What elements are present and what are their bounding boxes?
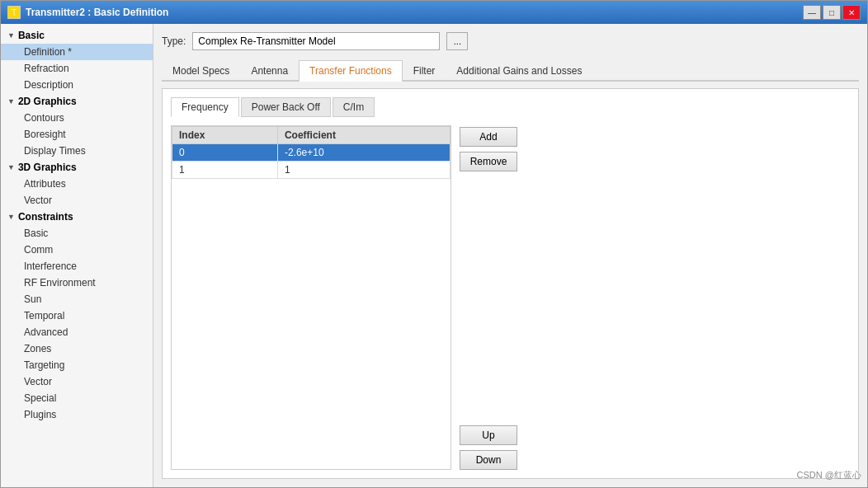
window-title: Transmitter2 : Basic Definition xyxy=(26,7,168,18)
sidebar-item-basic-c[interactable]: Basic xyxy=(1,225,153,242)
cell-coefficient-0: -2.6e+10 xyxy=(277,144,450,162)
sidebar-item-vector-c[interactable]: Vector xyxy=(1,373,153,390)
sidebar-group-constraints-header[interactable]: ▼ Constraints xyxy=(1,209,153,225)
sidebar-item-advanced[interactable]: Advanced xyxy=(1,324,153,340)
sidebar-item-interference[interactable]: Interference xyxy=(1,258,153,274)
sidebar-item-refraction[interactable]: Refraction xyxy=(1,60,153,77)
sidebar-item-rf-environment[interactable]: RF Environment xyxy=(1,274,153,291)
title-bar-left: T Transmitter2 : Basic Definition xyxy=(7,6,168,19)
arrow-icon: ▼ xyxy=(7,31,15,40)
sidebar-item-vector-3d[interactable]: Vector xyxy=(1,192,153,209)
sidebar-item-special[interactable]: Special xyxy=(1,390,153,406)
arrow-icon-2d: ▼ xyxy=(7,97,15,106)
type-row: Type: ... xyxy=(162,32,859,50)
sub-tabs-bar: Frequency Power Back Off C/Im xyxy=(171,97,850,117)
arrow-icon-constraints: ▼ xyxy=(7,213,15,221)
tab-content: Frequency Power Back Off C/Im Index Coef… xyxy=(162,88,859,479)
tab-antenna[interactable]: Antenna xyxy=(240,60,299,82)
close-button[interactable]: ✕ xyxy=(842,5,861,20)
sidebar-group-constraints: ▼ Constraints Basic Comm Interference RF… xyxy=(1,209,153,423)
col-index: Index xyxy=(172,127,278,144)
remove-button[interactable]: Remove xyxy=(460,152,517,171)
sidebar-item-contours[interactable]: Contours xyxy=(1,110,153,126)
sidebar-group-constraints-label: Constraints xyxy=(18,211,73,223)
table-row[interactable]: 0 -2.6e+10 xyxy=(172,144,451,162)
sidebar-group-3d-graphics: ▼ 3D Graphics Attributes Vector xyxy=(1,159,153,209)
maximize-button[interactable]: □ xyxy=(823,5,841,20)
sidebar-group-2d-label: 2D Graphics xyxy=(18,96,77,107)
watermark: CSDN @红蓝心 xyxy=(797,469,861,481)
cell-index-0: 0 xyxy=(172,144,278,162)
type-browse-button[interactable]: ... xyxy=(446,32,468,50)
action-buttons: Add Remove Up Down xyxy=(460,125,517,470)
sidebar-item-attributes[interactable]: Attributes xyxy=(1,176,153,192)
sidebar-group-2d-graphics-header[interactable]: ▼ 2D Graphics xyxy=(1,93,153,110)
coefficient-table: Index Coefficient 0 -2.6e+10 1 xyxy=(172,126,451,179)
sidebar-item-targeting[interactable]: Targeting xyxy=(1,357,153,373)
tab-additional-gains[interactable]: Additional Gains and Losses xyxy=(446,60,592,82)
tab-transfer-functions[interactable]: Transfer Functions xyxy=(299,60,403,82)
tabs-bar: Model Specs Antenna Transfer Functions F… xyxy=(162,59,859,82)
cell-index-1: 1 xyxy=(172,162,278,179)
sidebar-item-comm[interactable]: Comm xyxy=(1,242,153,258)
table-row[interactable]: 1 1 xyxy=(172,162,451,179)
title-bar: T Transmitter2 : Basic Definition — □ ✕ xyxy=(1,1,867,24)
sidebar-item-temporal[interactable]: Temporal xyxy=(1,307,153,324)
sidebar-group-3d-label: 3D Graphics xyxy=(18,162,77,173)
right-panel: Type: ... Model Specs Antenna Transfer F… xyxy=(153,24,867,487)
sidebar-group-2d-graphics: ▼ 2D Graphics Contours Boresight Display… xyxy=(1,93,153,159)
down-button[interactable]: Down xyxy=(460,450,517,470)
main-content: ▼ Basic Definition * Refraction Descript… xyxy=(1,24,867,487)
sidebar-item-definition[interactable]: Definition * xyxy=(1,44,153,60)
sub-tab-frequency[interactable]: Frequency xyxy=(171,97,239,117)
tab-model-specs[interactable]: Model Specs xyxy=(162,60,240,82)
sidebar-group-basic-label: Basic xyxy=(18,30,45,41)
sidebar: ▼ Basic Definition * Refraction Descript… xyxy=(1,24,153,487)
type-label: Type: xyxy=(162,35,186,47)
add-button[interactable]: Add xyxy=(460,127,517,147)
sidebar-item-plugins[interactable]: Plugins xyxy=(1,406,153,423)
sub-tab-c-im[interactable]: C/Im xyxy=(333,97,375,117)
main-window: T Transmitter2 : Basic Definition — □ ✕ … xyxy=(0,0,868,488)
sidebar-item-sun[interactable]: Sun xyxy=(1,291,153,307)
tab-filter[interactable]: Filter xyxy=(403,60,446,82)
window-icon: T xyxy=(7,6,21,19)
sidebar-item-boresight[interactable]: Boresight xyxy=(1,126,153,143)
sub-tab-power-back-off[interactable]: Power Back Off xyxy=(241,97,331,117)
sidebar-group-3d-graphics-header[interactable]: ▼ 3D Graphics xyxy=(1,159,153,176)
sidebar-item-zones[interactable]: Zones xyxy=(1,340,153,357)
arrow-icon-3d: ▼ xyxy=(7,163,15,171)
col-coefficient: Coefficient xyxy=(277,127,450,144)
sidebar-group-basic-header[interactable]: ▼ Basic xyxy=(1,27,153,44)
tab-inner-content: Index Coefficient 0 -2.6e+10 1 xyxy=(171,125,850,470)
up-button[interactable]: Up xyxy=(460,425,517,445)
type-input[interactable] xyxy=(192,32,440,50)
cell-coefficient-1: 1 xyxy=(277,162,450,179)
sidebar-group-basic: ▼ Basic Definition * Refraction Descript… xyxy=(1,27,153,93)
minimize-button[interactable]: — xyxy=(803,5,821,20)
title-bar-controls: — □ ✕ xyxy=(803,5,861,20)
sidebar-item-description[interactable]: Description xyxy=(1,77,153,93)
data-table-container: Index Coefficient 0 -2.6e+10 1 xyxy=(171,125,451,470)
sidebar-item-display-times[interactable]: Display Times xyxy=(1,143,153,159)
